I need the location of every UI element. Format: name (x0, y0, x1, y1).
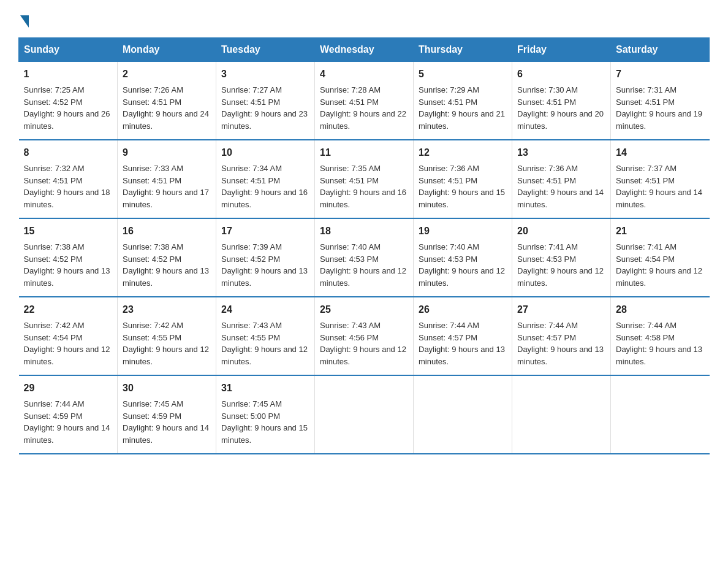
day-header-tuesday: Tuesday (216, 38, 315, 62)
day-number: 20 (517, 224, 605, 239)
day-cell: 24 Sunrise: 7:43 AM Sunset: 4:55 PM Dayl… (216, 297, 315, 375)
sunrise-info: Sunrise: 7:45 AM (123, 399, 183, 408)
day-number: 4 (320, 67, 408, 82)
daylight-info: Daylight: 9 hours and 12 minutes. (221, 345, 308, 366)
daylight-info: Daylight: 9 hours and 12 minutes. (616, 266, 702, 288)
daylight-info: Daylight: 9 hours and 12 minutes. (24, 345, 110, 366)
sunrise-info: Sunrise: 7:44 AM (616, 321, 677, 330)
day-cell: 12 Sunrise: 7:36 AM Sunset: 4:51 PM Dayl… (414, 140, 512, 218)
day-cell (512, 375, 611, 454)
sunset-info: Sunset: 4:55 PM (123, 333, 181, 342)
day-cell: 25 Sunrise: 7:43 AM Sunset: 4:56 PM Dayl… (315, 297, 414, 375)
daylight-info: Daylight: 9 hours and 13 minutes. (419, 345, 505, 366)
sunset-info: Sunset: 4:53 PM (320, 255, 379, 264)
sunrise-info: Sunrise: 7:28 AM (320, 85, 381, 94)
sunrise-info: Sunrise: 7:36 AM (419, 164, 479, 173)
day-cell: 7 Sunrise: 7:31 AM Sunset: 4:51 PM Dayli… (611, 62, 710, 140)
daylight-info: Daylight: 9 hours and 13 minutes. (24, 266, 110, 288)
sunrise-info: Sunrise: 7:41 AM (517, 242, 578, 251)
sunset-info: Sunset: 4:59 PM (24, 412, 83, 421)
sunset-info: Sunset: 4:51 PM (616, 98, 675, 107)
sunrise-info: Sunrise: 7:44 AM (24, 399, 85, 408)
sunrise-info: Sunrise: 7:34 AM (221, 164, 282, 173)
day-cell: 23 Sunrise: 7:42 AM Sunset: 4:55 PM Dayl… (118, 297, 216, 375)
logo (18, 12, 29, 25)
day-number: 31 (221, 381, 309, 396)
day-number: 25 (320, 302, 408, 317)
daylight-info: Daylight: 9 hours and 15 minutes. (419, 188, 505, 209)
daylight-info: Daylight: 9 hours and 26 minutes. (24, 109, 110, 131)
daylight-info: Daylight: 9 hours and 24 minutes. (123, 109, 209, 131)
sunrise-info: Sunrise: 7:42 AM (123, 321, 183, 330)
sunset-info: Sunset: 4:53 PM (419, 255, 477, 264)
day-cell (315, 375, 414, 454)
day-cell: 29 Sunrise: 7:44 AM Sunset: 4:59 PM Dayl… (19, 375, 118, 454)
sunset-info: Sunset: 4:52 PM (123, 255, 181, 264)
day-cell: 6 Sunrise: 7:30 AM Sunset: 4:51 PM Dayli… (512, 62, 611, 140)
sunrise-info: Sunrise: 7:30 AM (517, 85, 578, 94)
sunrise-info: Sunrise: 7:29 AM (419, 85, 479, 94)
day-cell: 9 Sunrise: 7:33 AM Sunset: 4:51 PM Dayli… (118, 140, 216, 218)
daylight-info: Daylight: 9 hours and 16 minutes. (320, 188, 406, 209)
sunrise-info: Sunrise: 7:45 AM (221, 399, 282, 408)
day-number: 21 (616, 224, 705, 239)
daylight-info: Daylight: 9 hours and 13 minutes. (221, 266, 308, 288)
day-header-friday: Friday (512, 38, 611, 62)
day-header-monday: Monday (118, 38, 216, 62)
sunset-info: Sunset: 4:59 PM (123, 412, 181, 421)
sunrise-info: Sunrise: 7:43 AM (320, 321, 381, 330)
day-cell: 20 Sunrise: 7:41 AM Sunset: 4:53 PM Dayl… (512, 218, 611, 297)
calendar-table: SundayMondayTuesdayWednesdayThursdayFrid… (18, 37, 710, 454)
day-cell: 5 Sunrise: 7:29 AM Sunset: 4:51 PM Dayli… (414, 62, 512, 140)
daylight-info: Daylight: 9 hours and 13 minutes. (517, 345, 604, 366)
sunset-info: Sunset: 4:56 PM (320, 333, 379, 342)
sunset-info: Sunset: 4:58 PM (616, 333, 675, 342)
day-number: 10 (221, 145, 309, 160)
day-cell: 19 Sunrise: 7:40 AM Sunset: 4:53 PM Dayl… (414, 218, 512, 297)
day-cell: 2 Sunrise: 7:26 AM Sunset: 4:51 PM Dayli… (118, 62, 216, 140)
day-cell (611, 375, 710, 454)
day-number: 19 (419, 224, 507, 239)
day-number: 30 (123, 381, 211, 396)
daylight-info: Daylight: 9 hours and 19 minutes. (616, 109, 702, 131)
day-number: 28 (616, 302, 705, 317)
day-cell: 4 Sunrise: 7:28 AM Sunset: 4:51 PM Dayli… (315, 62, 414, 140)
sunset-info: Sunset: 4:51 PM (616, 176, 675, 185)
daylight-info: Daylight: 9 hours and 12 minutes. (517, 266, 604, 288)
sunset-info: Sunset: 4:51 PM (419, 98, 477, 107)
day-cell: 16 Sunrise: 7:38 AM Sunset: 4:52 PM Dayl… (118, 218, 216, 297)
day-cell: 8 Sunrise: 7:32 AM Sunset: 4:51 PM Dayli… (19, 140, 118, 218)
day-number: 29 (24, 381, 113, 396)
sunset-info: Sunset: 4:51 PM (123, 98, 181, 107)
day-cell: 11 Sunrise: 7:35 AM Sunset: 4:51 PM Dayl… (315, 140, 414, 218)
day-header-row: SundayMondayTuesdayWednesdayThursdayFrid… (19, 38, 710, 62)
week-row-2: 8 Sunrise: 7:32 AM Sunset: 4:51 PM Dayli… (19, 140, 710, 218)
day-cell (414, 375, 512, 454)
day-number: 18 (320, 224, 408, 239)
day-number: 8 (24, 145, 113, 160)
day-number: 11 (320, 145, 408, 160)
week-row-5: 29 Sunrise: 7:44 AM Sunset: 4:59 PM Dayl… (19, 375, 710, 454)
day-number: 14 (616, 145, 705, 160)
sunrise-info: Sunrise: 7:33 AM (123, 164, 183, 173)
day-number: 15 (24, 224, 113, 239)
sunset-info: Sunset: 4:51 PM (517, 98, 576, 107)
sunset-info: Sunset: 4:57 PM (419, 333, 477, 342)
day-cell: 21 Sunrise: 7:41 AM Sunset: 4:54 PM Dayl… (611, 218, 710, 297)
daylight-info: Daylight: 9 hours and 14 minutes. (616, 188, 702, 209)
sunrise-info: Sunrise: 7:38 AM (24, 242, 85, 251)
daylight-info: Daylight: 9 hours and 12 minutes. (320, 266, 406, 288)
daylight-info: Daylight: 9 hours and 23 minutes. (221, 109, 308, 131)
day-number: 7 (616, 67, 705, 82)
sunset-info: Sunset: 4:51 PM (221, 98, 280, 107)
week-row-3: 15 Sunrise: 7:38 AM Sunset: 4:52 PM Dayl… (19, 218, 710, 297)
day-cell: 31 Sunrise: 7:45 AM Sunset: 5:00 PM Dayl… (216, 375, 315, 454)
day-cell: 17 Sunrise: 7:39 AM Sunset: 4:52 PM Dayl… (216, 218, 315, 297)
daylight-info: Daylight: 9 hours and 12 minutes. (123, 345, 209, 366)
daylight-info: Daylight: 9 hours and 22 minutes. (320, 109, 406, 131)
daylight-info: Daylight: 9 hours and 12 minutes. (320, 345, 406, 366)
day-number: 3 (221, 67, 309, 82)
daylight-info: Daylight: 9 hours and 13 minutes. (616, 345, 702, 366)
sunrise-info: Sunrise: 7:35 AM (320, 164, 381, 173)
daylight-info: Daylight: 9 hours and 13 minutes. (123, 266, 209, 288)
